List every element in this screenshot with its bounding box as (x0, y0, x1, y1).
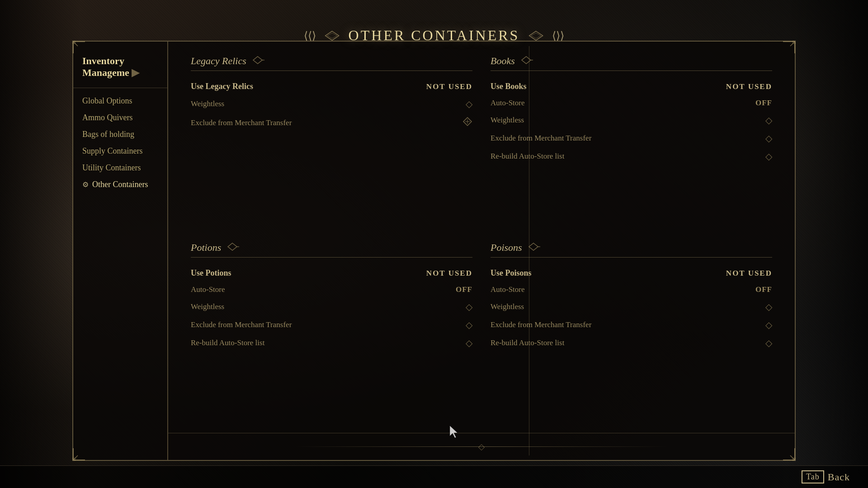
exclude-poisons-label: Exclude from Merchant Transfer (491, 320, 591, 329)
weightless-books-value: ◇ (765, 115, 772, 126)
rebuild-books-row[interactable]: Re-build Auto-Store list ◇ (491, 147, 772, 165)
ammo-quivers-label: Ammo Quivers (82, 113, 133, 122)
potions-ornament (226, 242, 239, 253)
gear-icon: ⚙ (82, 180, 89, 189)
poisons-section: Poisons Use Poisons NOT USED A (481, 237, 781, 424)
rebuild-potions-label: Re-build Auto-Store list (191, 338, 264, 347)
use-legacy-relics-row[interactable]: Use Legacy Relics NOT USED (191, 78, 472, 95)
use-poisons-row[interactable]: Use Poisons NOT USED (491, 265, 772, 282)
sidebar-item-ammo-quivers[interactable]: Ammo Quivers (73, 109, 167, 126)
exclude-potions-value: ◇ (466, 319, 472, 330)
content-area: Legacy Relics Use Legacy Relics NOT USED (168, 42, 795, 433)
use-legacy-relics-value: NOT USED (426, 82, 472, 91)
books-header: Books (491, 55, 772, 71)
use-potions-row[interactable]: Use Potions NOT USED (191, 265, 472, 282)
bottom-strip-line (293, 446, 670, 447)
use-books-value: NOT USED (726, 82, 772, 91)
weightless-lr-row[interactable]: Weightless ◇ (191, 95, 472, 113)
title-left-ornament-svg (323, 29, 341, 42)
diamond-icon-poisons-weightless: ◇ (765, 301, 772, 312)
svg-marker-17 (529, 243, 538, 250)
use-potions-status: NOT USED (426, 269, 472, 278)
title-ornament-left: ⟨⟨⟩ (304, 29, 316, 42)
rebuild-poisons-row[interactable]: Re-build Auto-Store list ◇ (491, 334, 772, 352)
weightless-poisons-label: Weightless (491, 302, 524, 311)
exclude-poisons-value: ◇ (765, 319, 772, 330)
books-section: Books Use Books NOT USED Auto- (481, 51, 781, 237)
use-legacy-relics-status: NOT USED (426, 82, 472, 91)
autostore-potions-row[interactable]: Auto-Store OFF (191, 282, 472, 298)
sidebar-item-global-options[interactable]: Global Options (73, 93, 167, 109)
legacy-relics-header: Legacy Relics (191, 55, 472, 71)
weightless-potions-label: Weightless (191, 302, 224, 311)
rebuild-poisons-value: ◇ (765, 338, 772, 348)
sidebar-item-bags-of-holding[interactable]: Bags of holding (73, 126, 167, 143)
utility-containers-label: Utility Containers (82, 163, 141, 173)
use-books-status: NOT USED (726, 82, 772, 91)
exclude-books-row[interactable]: Exclude from Merchant Transfer ◇ (491, 129, 772, 147)
exclude-lr-value (462, 117, 472, 129)
exclude-lr-label: Exclude from Merchant Transfer (191, 118, 292, 127)
exclude-potions-label: Exclude from Merchant Transfer (191, 320, 292, 329)
diamond-icon-books-rebuild: ◇ (765, 151, 772, 162)
autostore-books-row[interactable]: Auto-Store OFF (491, 95, 772, 111)
bottom-bar: Tab Back (0, 465, 868, 488)
potions-header: Potions (191, 242, 472, 258)
bags-of-holding-label: Bags of holding (82, 130, 134, 139)
weightless-potions-row[interactable]: Weightless ◇ (191, 298, 472, 316)
exclude-potions-row[interactable]: Exclude from Merchant Transfer ◇ (191, 316, 472, 334)
main-panel: Inventory Manageme ▶ Global Options Ammo… (72, 41, 796, 461)
diamond-icon-potions-rebuild: ◇ (466, 338, 472, 348)
exclude-poisons-row[interactable]: Exclude from Merchant Transfer ◇ (491, 316, 772, 334)
rebuild-potions-value: ◇ (466, 338, 472, 348)
potions-section: Potions Use Potions NOT USED A (182, 237, 481, 424)
bottom-strip (168, 433, 795, 460)
title-ornament-right: ⟨⟩⟩ (552, 29, 564, 42)
global-options-label: Global Options (82, 96, 132, 106)
use-potions-value: NOT USED (426, 269, 472, 278)
back-button[interactable]: Tab Back (802, 470, 850, 483)
poisons-ornament (527, 242, 540, 253)
autostore-potions-status: OFF (456, 285, 472, 294)
autostore-potions-label: Auto-Store (191, 285, 225, 294)
supply-containers-label: Supply Containers (82, 146, 143, 156)
autostore-poisons-status: OFF (755, 285, 772, 294)
rebuild-potions-row[interactable]: Re-build Auto-Store list ◇ (191, 334, 472, 352)
use-books-label: Use Books (491, 82, 527, 91)
rebuild-books-label: Re-build Auto-Store list (491, 152, 564, 161)
poisons-title: Poisons (491, 242, 522, 253)
title-bar: ⟨⟨⟩ OTHER CONTAINERS ⟨⟩⟩ (304, 27, 565, 44)
bg-left-shadow (0, 0, 81, 488)
weightless-potions-value: ◇ (466, 301, 472, 312)
exclude-lr-row[interactable]: Exclude from Merchant Transfer (191, 113, 472, 132)
bg-right-shadow (787, 0, 868, 488)
legacy-relics-section: Legacy Relics Use Legacy Relics NOT USED (182, 51, 481, 237)
sidebar-item-utility-containers[interactable]: Utility Containers (73, 160, 167, 176)
diamond-icon-poisons-exclude: ◇ (765, 319, 772, 330)
sidebar-title: Inventory Manageme ▶ (73, 51, 167, 88)
sidebar-item-supply-containers[interactable]: Supply Containers (73, 143, 167, 160)
weightless-poisons-row[interactable]: Weightless ◇ (491, 298, 772, 316)
autostore-books-status: OFF (755, 99, 772, 108)
autostore-poisons-row[interactable]: Auto-Store OFF (491, 282, 772, 298)
use-legacy-relics-label: Use Legacy Relics (191, 82, 253, 91)
other-containers-label: Other Containers (92, 180, 148, 189)
rebuild-poisons-label: Re-build Auto-Store list (491, 338, 564, 347)
weightless-poisons-value: ◇ (765, 301, 772, 312)
books-ornament (519, 56, 533, 67)
weightless-books-row[interactable]: Weightless ◇ (491, 111, 772, 129)
sidebar-item-other-containers[interactable]: ⚙ Other Containers (73, 176, 167, 193)
back-label: Back (828, 471, 850, 483)
autostore-poisons-value: OFF (755, 285, 772, 294)
weightless-lr-label: Weightless (191, 99, 224, 108)
svg-marker-8 (253, 56, 262, 64)
diamond-icon-poisons-rebuild: ◇ (765, 338, 772, 348)
page-title: OTHER CONTAINERS (349, 27, 520, 44)
use-books-row[interactable]: Use Books NOT USED (491, 78, 772, 95)
back-key: Tab (802, 470, 824, 483)
ui-container: ⟨⟨⟩ OTHER CONTAINERS ⟨⟩⟩ (72, 27, 796, 461)
rebuild-books-value: ◇ (765, 151, 772, 162)
diamond-icon-potions-weightless: ◇ (466, 301, 472, 312)
diamond-cross-icon-lr (462, 117, 472, 129)
legacy-relics-title: Legacy Relics (191, 55, 246, 67)
